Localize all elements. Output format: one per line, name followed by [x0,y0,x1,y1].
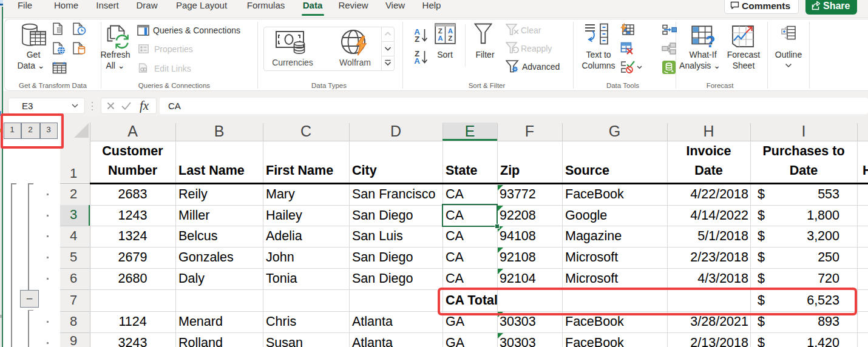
svg-text:Z: Z [438,27,442,35]
svg-text:?: ? [705,33,716,49]
svg-text:Z: Z [448,35,452,42]
svg-text:A: A [448,27,453,35]
svg-text:A: A [438,35,442,42]
